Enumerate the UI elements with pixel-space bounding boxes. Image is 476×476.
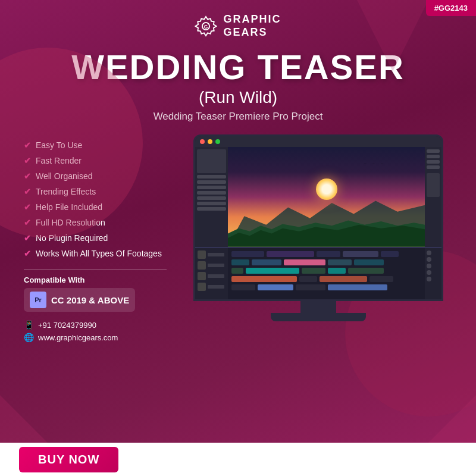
timeline-row (231, 251, 421, 257)
monitor-stand-base (271, 313, 366, 321)
buy-now-button[interactable]: BUY NOW (19, 447, 118, 472)
timeline-tracks (228, 248, 425, 299)
corner-decoration-tr (357, 0, 428, 71)
page-container: #GG2143 G GRAPHIC GEARS WEDDING TEASER (… (0, 0, 476, 476)
monitor-screen: ~ ~ ~ (193, 134, 443, 301)
premiere-panels: ~ ~ ~ (195, 147, 441, 247)
website-text: www.graphicgears.com (38, 333, 118, 342)
gear-icon: G (195, 15, 217, 37)
whatsapp-icon: 📱 (24, 320, 34, 330)
timeline-row (231, 284, 421, 290)
premiere-timeline (195, 247, 441, 299)
check-icon: ✔ (24, 249, 31, 258)
tag-badge: #GG2143 (426, 0, 476, 16)
premiere-short-label: Pr (35, 296, 42, 303)
phone-text: +91 7024379990 (38, 321, 96, 330)
website-contact: 🌐 www.graphicgears.com (24, 333, 167, 342)
timeline-row (231, 259, 421, 265)
logo-text: GRAPHIC GEARS (223, 13, 281, 39)
close-dot (200, 139, 205, 144)
maximize-dot (215, 139, 220, 144)
premiere-toolbar (195, 136, 441, 147)
birds-decoration: ~ ~ ~ (364, 162, 386, 166)
timeline-labels (195, 248, 228, 299)
minimize-dot (208, 139, 212, 144)
landscape-preview: ~ ~ ~ (228, 147, 425, 247)
premiere-ui: ~ ~ ~ (195, 136, 441, 299)
buy-bar: BUY NOW (0, 443, 476, 476)
monitor-stand-neck (300, 301, 336, 313)
monitor-wrapper: ~ ~ ~ (193, 134, 443, 321)
monitor-section: ~ ~ ~ (178, 134, 458, 321)
logo-row: G GRAPHIC GEARS (195, 13, 281, 39)
premiere-pro-icon: Pr (30, 292, 46, 308)
sun (316, 178, 337, 200)
compatible-section: Compatible With Pr CC 2019 & ABOVE (24, 269, 167, 312)
svg-text:G: G (204, 23, 208, 29)
premiere-badge: Pr CC 2019 & ABOVE (24, 288, 135, 312)
timeline-right (425, 248, 441, 299)
tag-id-text: #GG2143 (434, 4, 468, 12)
globe-icon: 🌐 (24, 333, 34, 342)
corner-decoration-bl (0, 395, 48, 443)
timeline-row (231, 276, 421, 282)
feature-label: Works With All Types Of Footages (36, 249, 162, 258)
logo-line2: GEARS (223, 26, 281, 39)
logo-line1: GRAPHIC (223, 13, 281, 26)
phone-contact: 📱 +91 7024379990 (24, 320, 167, 330)
contact-section: 📱 +91 7024379990 🌐 www.graphicgears.com (24, 320, 167, 342)
premiere-left-panel (195, 147, 228, 247)
timeline-row (231, 268, 421, 274)
feature-item: ✔ Works With All Types Of Footages (24, 249, 167, 258)
premiere-version: CC 2019 & ABOVE (51, 295, 129, 305)
premiere-preview: ~ ~ ~ (228, 147, 425, 247)
premiere-right-panel (425, 147, 441, 247)
compatible-label: Compatible With (24, 275, 167, 284)
